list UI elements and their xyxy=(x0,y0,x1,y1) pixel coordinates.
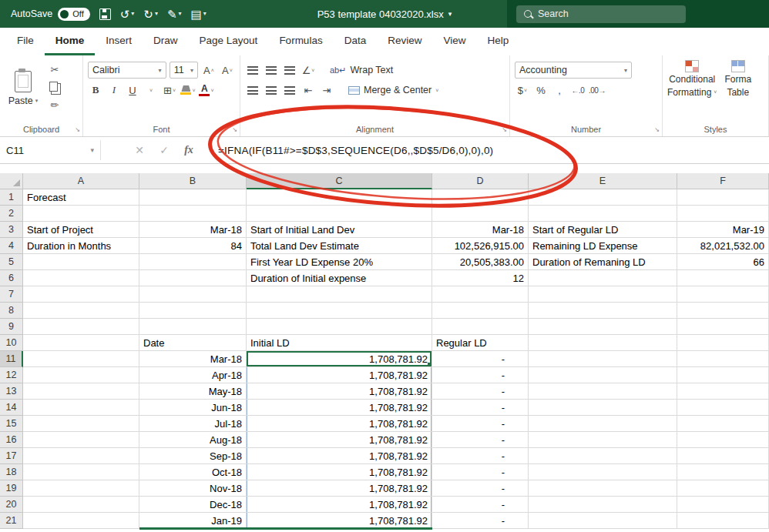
cell-B21[interactable]: Jan-19 xyxy=(139,513,247,529)
font-color-button[interactable]: A˅ xyxy=(199,82,214,99)
cell-C16[interactable]: 1,708,781.92 xyxy=(247,432,432,448)
grow-font-button[interactable]: A˄ xyxy=(201,62,217,79)
cell-E15[interactable] xyxy=(529,416,677,432)
decrease-indent-button[interactable]: ⇤ xyxy=(301,82,316,99)
cell-D7[interactable] xyxy=(432,286,529,303)
cell-F6[interactable] xyxy=(677,270,769,286)
tab-home[interactable]: Home xyxy=(45,28,96,55)
row-header-7[interactable]: 7 xyxy=(0,286,23,303)
cell-C3[interactable]: Start of Initial Land Dev xyxy=(247,222,432,238)
cell-A7[interactable] xyxy=(23,286,139,303)
cell-C10[interactable]: Initial LD xyxy=(247,335,432,351)
cell-A19[interactable] xyxy=(23,480,139,497)
cell-B16[interactable]: Aug-18 xyxy=(139,432,247,448)
cell-E16[interactable] xyxy=(529,432,677,448)
cell-F11[interactable] xyxy=(677,351,769,367)
decrease-decimal-button[interactable]: .00→ xyxy=(589,82,606,99)
cell-B11[interactable]: Mar-18 xyxy=(139,351,247,367)
paste-button[interactable]: Paste▾ xyxy=(5,60,42,117)
row-header-3[interactable]: 3 xyxy=(0,222,23,238)
cell-C15[interactable]: 1,708,781.92 xyxy=(247,416,432,432)
cell-F10[interactable] xyxy=(677,335,769,351)
cell-D18[interactable]: - xyxy=(432,464,529,480)
cell-C2[interactable] xyxy=(247,206,432,222)
row-header-1[interactable]: 1 xyxy=(0,189,23,206)
cell-E5[interactable]: Duration of Remaning LD xyxy=(529,254,677,270)
wrap-text-button[interactable]: ab↵ Wrap Text xyxy=(330,65,393,75)
align-top-button[interactable] xyxy=(245,62,260,79)
cell-D8[interactable] xyxy=(432,303,529,319)
cell-C9[interactable] xyxy=(247,319,432,335)
cell-B5[interactable] xyxy=(139,254,247,270)
ink-button[interactable]: ✎▾ xyxy=(167,8,182,20)
cell-B20[interactable]: Dec-18 xyxy=(139,497,247,513)
cell-E2[interactable] xyxy=(529,206,677,222)
cell-E13[interactable] xyxy=(529,383,677,400)
cell-A9[interactable] xyxy=(23,319,139,335)
row-header-19[interactable]: 19 xyxy=(0,480,23,497)
cell-D3[interactable]: Mar-18 xyxy=(432,222,529,238)
redo-button[interactable]: ↻▾ xyxy=(143,8,158,20)
cell-E9[interactable] xyxy=(529,319,677,335)
cell-D21[interactable]: - xyxy=(432,513,529,529)
name-box[interactable]: C11 ▾ xyxy=(0,137,100,163)
copy-button[interactable] xyxy=(46,79,63,95)
percent-style-button[interactable]: % xyxy=(533,82,549,99)
cell-C8[interactable] xyxy=(247,303,432,319)
format-painter-button[interactable]: ✏ xyxy=(46,97,63,112)
cell-D20[interactable]: - xyxy=(432,497,529,513)
tab-review[interactable]: Review xyxy=(377,28,432,55)
cell-F12[interactable] xyxy=(677,367,769,383)
cell-D16[interactable]: - xyxy=(432,432,529,448)
cell-E17[interactable] xyxy=(529,448,677,464)
comma-style-button[interactable]: , xyxy=(552,82,567,99)
tab-page-layout[interactable]: Page Layout xyxy=(189,28,269,55)
row-header-9[interactable]: 9 xyxy=(0,319,23,335)
cell-F20[interactable] xyxy=(677,497,769,513)
cell-C14[interactable]: 1,708,781.92 xyxy=(247,400,432,416)
row-header-17[interactable]: 17 xyxy=(0,448,23,464)
align-right-button[interactable] xyxy=(282,82,297,99)
cell-C19[interactable]: 1,708,781.92 xyxy=(247,480,432,497)
align-center-button[interactable] xyxy=(264,82,279,99)
cell-A3[interactable]: Start of Project xyxy=(23,222,139,238)
cell-D10[interactable]: Regular LD xyxy=(432,335,529,351)
cell-F7[interactable] xyxy=(677,286,769,303)
cell-F3[interactable]: Mar-19 xyxy=(677,222,769,238)
cell-B12[interactable]: Apr-18 xyxy=(139,367,247,383)
cell-E6[interactable] xyxy=(529,270,677,286)
cell-D19[interactable]: - xyxy=(432,480,529,497)
cell-A15[interactable] xyxy=(23,416,139,432)
row-header-21[interactable]: 21 xyxy=(0,513,23,529)
cell-E3[interactable]: Start of Regular LD xyxy=(529,222,677,238)
underline-options-button[interactable]: ˅ xyxy=(143,82,159,99)
cell-E11[interactable] xyxy=(529,351,677,367)
column-header-D[interactable]: D xyxy=(432,173,529,189)
cell-E20[interactable] xyxy=(529,497,677,513)
underline-button[interactable]: U xyxy=(125,82,140,99)
dialog-launcher-icon[interactable]: ↘ xyxy=(502,126,507,133)
tab-insert[interactable]: Insert xyxy=(95,28,143,55)
cell-B14[interactable]: Jun-18 xyxy=(139,400,247,416)
select-all-button[interactable] xyxy=(0,173,23,189)
cell-B17[interactable]: Sep-18 xyxy=(139,448,247,464)
enter-button[interactable]: ✓ xyxy=(152,144,176,156)
row-header-11[interactable]: 11 xyxy=(0,351,23,367)
cell-B7[interactable] xyxy=(139,286,247,303)
cell-F5[interactable]: 66 xyxy=(677,254,769,270)
cell-A16[interactable] xyxy=(23,432,139,448)
cell-F17[interactable] xyxy=(677,448,769,464)
cell-E1[interactable] xyxy=(529,189,677,206)
cell-C4[interactable]: Total Land Dev Estimate xyxy=(247,238,432,254)
row-header-6[interactable]: 6 xyxy=(0,270,23,286)
cell-B19[interactable]: Nov-18 xyxy=(139,480,247,497)
row-header-4[interactable]: 4 xyxy=(0,238,23,254)
cell-E8[interactable] xyxy=(529,303,677,319)
cancel-button[interactable]: ✕ xyxy=(127,144,152,156)
cell-D11[interactable]: - xyxy=(432,351,529,367)
cell-F9[interactable] xyxy=(677,319,769,335)
format-as-table-button[interactable]: Forma Table xyxy=(724,60,751,99)
cell-C21[interactable]: 1,708,781.92 xyxy=(247,513,432,529)
cell-E18[interactable] xyxy=(529,464,677,480)
cell-F15[interactable] xyxy=(677,416,769,432)
